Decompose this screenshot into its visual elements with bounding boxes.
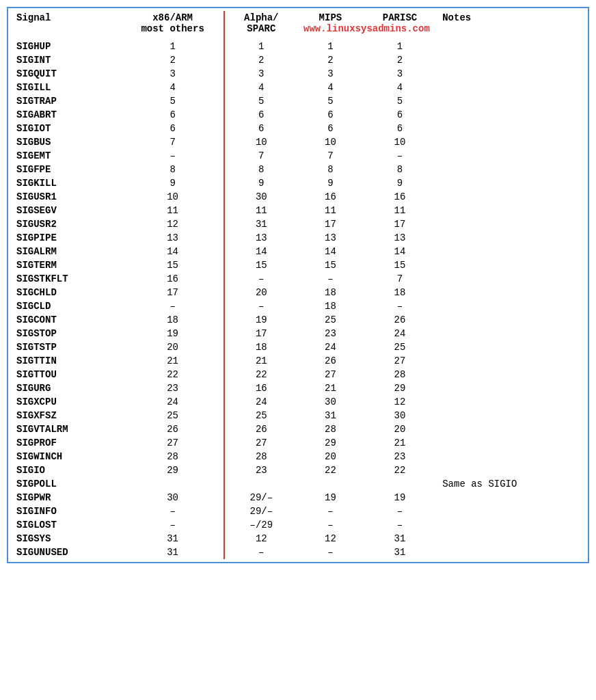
mips-cell: 20 — [298, 450, 363, 463]
x86-cell: 15 — [122, 258, 224, 272]
signal-cell: SIGWINCH — [11, 450, 122, 463]
parisc-cell: 3 — [363, 67, 437, 81]
x86-cell: 14 — [122, 245, 224, 258]
signal-cell: SIGXCPU — [11, 395, 122, 409]
alpha-cell: – — [224, 546, 298, 559]
col-signal: Signal — [11, 11, 122, 23]
table-row: SIGIO29232222 — [11, 463, 585, 477]
alpha-cell: 20 — [224, 286, 298, 299]
x86-cell: 18 — [122, 313, 224, 327]
mips-cell: 17 — [298, 217, 363, 231]
mips-cell: 6 — [298, 122, 363, 135]
table-row: SIGINFO–29/––– — [11, 504, 585, 518]
notes-cell — [437, 108, 585, 122]
alpha-cell: 7 — [224, 149, 298, 163]
table-row: SIGSTOP19172324 — [11, 327, 585, 340]
alpha-cell: 15 — [224, 258, 298, 272]
signal-cell: SIGSTKFLT — [11, 272, 122, 286]
x86-cell: 28 — [122, 450, 224, 463]
table-row: SIGVTALRM26262820 — [11, 422, 585, 436]
table-row: SIGPOLLSame as SIGIO — [11, 477, 585, 491]
col-x86: x86/ARM — [122, 11, 224, 23]
alpha-cell: 16 — [224, 381, 298, 395]
table-row: SIGWINCH28282023 — [11, 450, 585, 463]
signal-cell: SIGPROF — [11, 436, 122, 450]
col-alpha: Alpha/ — [224, 11, 298, 23]
parisc-cell: 12 — [363, 395, 437, 409]
alpha-cell: 6 — [224, 122, 298, 135]
header-row-2: most others SPARC www.linuxsysadmins.com — [11, 23, 585, 37]
table-row: SIGCHLD17201818 — [11, 286, 585, 299]
mips-cell: 28 — [298, 422, 363, 436]
alpha-cell: 6 — [224, 108, 298, 122]
x86-cell: 20 — [122, 340, 224, 354]
table-row: SIGHUP1111 — [11, 37, 585, 53]
signal-cell: SIGCLD — [11, 299, 122, 313]
parisc-cell: 8 — [363, 163, 437, 176]
parisc-cell: 16 — [363, 190, 437, 204]
alpha-cell: 26 — [224, 422, 298, 436]
table-row: SIGSTKFLT16––7 — [11, 272, 585, 286]
signal-table: Signal x86/ARM Alpha/ MIPS PARISC Notes … — [11, 11, 585, 559]
x86-cell: 5 — [122, 94, 224, 108]
notes-cell — [437, 463, 585, 477]
parisc-cell: 22 — [363, 463, 437, 477]
notes-cell — [437, 286, 585, 299]
table-row: SIGEMT–77– — [11, 149, 585, 163]
mips-cell: – — [298, 504, 363, 518]
parisc-cell: 21 — [363, 436, 437, 450]
notes-cell — [437, 67, 585, 81]
notes-cell — [437, 204, 585, 217]
signal-cell: SIGSEGV — [11, 204, 122, 217]
parisc-cell: 27 — [363, 354, 437, 368]
mips-cell: 29 — [298, 436, 363, 450]
mips-cell: 15 — [298, 258, 363, 272]
mips-cell: 13 — [298, 231, 363, 245]
parisc-cell: 6 — [363, 122, 437, 135]
notes-cell — [437, 313, 585, 327]
x86-cell: 11 — [122, 204, 224, 217]
signal-cell: SIGCONT — [11, 313, 122, 327]
mips-cell: 6 — [298, 108, 363, 122]
mips-cell: 2 — [298, 53, 363, 67]
mips-cell: 24 — [298, 340, 363, 354]
mips-cell: 10 — [298, 135, 363, 149]
x86-cell: 30 — [122, 491, 224, 504]
x86-cell: 22 — [122, 368, 224, 381]
notes-cell — [437, 436, 585, 450]
header-row-1: Signal x86/ARM Alpha/ MIPS PARISC Notes — [11, 11, 585, 23]
x86-cell: 9 — [122, 176, 224, 190]
alpha-cell: 25 — [224, 409, 298, 422]
alpha-cell: 4 — [224, 81, 298, 94]
parisc-cell: – — [363, 504, 437, 518]
parisc-cell: – — [363, 299, 437, 313]
table-row: SIGURG23162129 — [11, 381, 585, 395]
x86-cell — [122, 477, 224, 491]
col-x86-sub: most others — [122, 23, 224, 37]
signal-cell: SIGPOLL — [11, 477, 122, 491]
alpha-cell: 24 — [224, 395, 298, 409]
table-row: SIGUSR110301616 — [11, 190, 585, 204]
signal-cell: SIGURG — [11, 381, 122, 395]
table-body: SIGHUP1111SIGINT2222SIGQUIT3333SIGILL444… — [11, 37, 585, 559]
notes-cell — [437, 53, 585, 67]
signal-cell: SIGFPE — [11, 163, 122, 176]
notes-cell — [437, 340, 585, 354]
col-notes: Notes — [437, 11, 585, 23]
mips-cell: 3 — [298, 67, 363, 81]
table-row: SIGIOT6666 — [11, 122, 585, 135]
table-row: SIGCONT18192526 — [11, 313, 585, 327]
table-row: SIGPROF27272921 — [11, 436, 585, 450]
x86-cell: 19 — [122, 327, 224, 340]
alpha-cell: 28 — [224, 450, 298, 463]
mips-cell: 8 — [298, 163, 363, 176]
signal-cell: SIGVTALRM — [11, 422, 122, 436]
parisc-cell: 19 — [363, 491, 437, 504]
parisc-cell: 11 — [363, 204, 437, 217]
alpha-cell: 19 — [224, 313, 298, 327]
table-row: SIGTRAP5555 — [11, 94, 585, 108]
table-row: SIGTERM15151515 — [11, 258, 585, 272]
alpha-cell: 22 — [224, 368, 298, 381]
signal-cell: SIGLOST — [11, 518, 122, 532]
notes-cell — [437, 395, 585, 409]
